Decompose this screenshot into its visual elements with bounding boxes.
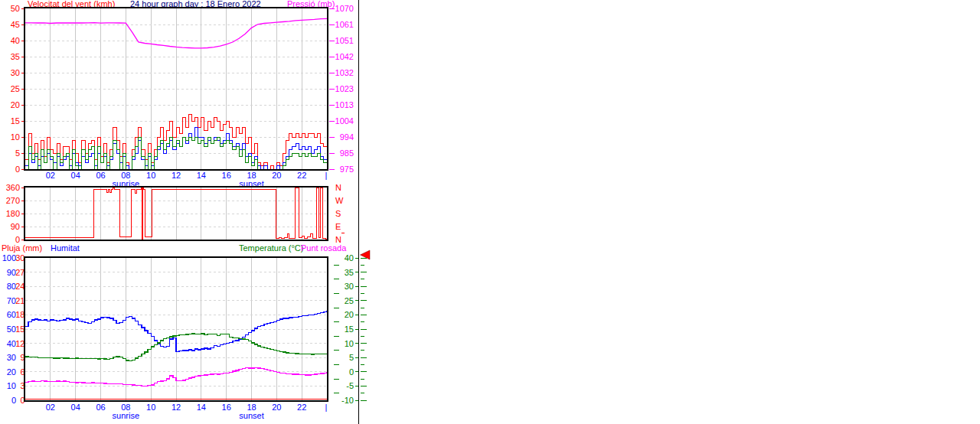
axis-label: 12 — [172, 403, 181, 412]
x-axis-labels: 0204060810121416182022|sunrisesunset — [46, 403, 328, 420]
axis-label: 1042 — [335, 52, 354, 61]
weather-24h-graph-window: Velocitat del vent (kmh) 24 hour graph d… — [0, 0, 980, 424]
humidity-axis: 1009080706050403020100 — [2, 253, 16, 405]
axis-label: 04 — [71, 171, 80, 180]
wind-speed-axis: 05101520253035404550 — [11, 4, 24, 174]
axis-label: 180 — [6, 209, 20, 218]
axis-label: 50 — [11, 4, 20, 13]
temperature-axis: 4035302520151050-5-10 — [334, 253, 354, 405]
axis-label: 18 — [15, 310, 24, 319]
axis-label: | — [325, 403, 328, 412]
axis-label: 1004 — [335, 116, 354, 126]
axis-label: 0 — [349, 367, 354, 377]
axis-label: 20 — [272, 171, 281, 180]
pressure-axis: 1070106110511042103210231013100499498597… — [329, 4, 354, 174]
axis-label: 10 — [146, 403, 155, 412]
axis-label: sunset — [239, 411, 263, 420]
axis-label: 15 — [15, 325, 24, 334]
axis-label: 30 — [11, 68, 20, 77]
axis-label: 22 — [297, 403, 306, 412]
axis-label: 15 — [345, 325, 354, 334]
axis-label: 1061 — [335, 20, 354, 29]
axis-label: 04 — [71, 403, 80, 412]
axis-label: 70 — [7, 296, 16, 305]
compass-axis: NWSEN — [335, 183, 345, 244]
axis-label: 40 — [7, 339, 16, 348]
axis-label: 1070 — [335, 4, 354, 13]
axis-label: 975 — [340, 165, 354, 174]
axis-label: 80 — [7, 282, 16, 291]
axis-label: 10 — [7, 381, 16, 390]
axis-label: 1013 — [335, 100, 354, 109]
axis-label: 30 — [345, 282, 354, 291]
axis-label: 14 — [197, 403, 206, 412]
axis-label: 1051 — [335, 36, 354, 45]
axis-label: 0 — [15, 165, 20, 174]
axis-label: 5 — [15, 148, 20, 158]
middle-chart-grid — [25, 188, 327, 240]
axis-label: 50 — [7, 325, 16, 334]
axis-label: 02 — [46, 403, 55, 412]
axis-label: 270 — [6, 196, 20, 205]
axis-label: 25 — [11, 84, 20, 93]
axis-label: 20 — [11, 100, 20, 109]
axis-label: 5 — [349, 353, 354, 362]
axis-label: 10 — [11, 132, 20, 142]
axis-label: 14 — [197, 171, 206, 180]
axis-label: 0 — [15, 235, 20, 244]
axis-label: 1032 — [335, 68, 354, 77]
axis-label: 15 — [11, 116, 20, 126]
axis-label: 06 — [96, 171, 105, 180]
axis-label: 16 — [222, 403, 231, 412]
axis-label: 06 — [96, 403, 105, 412]
graphs-canvas: 0510152025303540455010701061105110421032… — [0, 0, 980, 424]
axis-label: 1023 — [335, 84, 354, 93]
axis-label: N — [335, 183, 341, 192]
axis-label: 40 — [11, 36, 20, 45]
axis-label: 360 — [6, 183, 20, 192]
axis-label: 22 — [297, 171, 306, 180]
axis-label: 0 — [11, 396, 16, 405]
axis-label: 45 — [11, 20, 20, 29]
axis-label: sunrise — [113, 411, 139, 420]
axis-label: 10 — [345, 339, 354, 348]
temperature-scale-bar — [355, 258, 367, 400]
axis-label: E — [335, 222, 341, 231]
axis-label: 02 — [46, 171, 55, 180]
axis-label: W — [335, 196, 344, 205]
axis-label: 25 — [345, 296, 354, 305]
axis-label: 20 — [345, 310, 354, 319]
axis-label: 985 — [340, 148, 354, 158]
axis-label: N — [335, 235, 341, 244]
axis-label: 16 — [222, 171, 231, 180]
rain-axis: 302724211815129630 — [15, 253, 24, 405]
axis-label: 35 — [11, 52, 20, 61]
axis-label: 60 — [7, 310, 16, 319]
axis-label: 35 — [345, 268, 354, 277]
axis-label: 12 — [172, 171, 181, 180]
axis-label: 20 — [7, 367, 16, 377]
axis-label: 40 — [345, 253, 354, 263]
axis-label: -10 — [341, 396, 354, 405]
axis-label: 10 — [146, 171, 155, 180]
axis-label: 30 — [15, 253, 24, 263]
axis-label: 90 — [11, 222, 20, 231]
axis-label: 30 — [7, 353, 16, 362]
axis-label: 27 — [15, 268, 24, 277]
axis-label: | — [325, 171, 328, 180]
axis-label: 20 — [272, 403, 281, 412]
direction-axis: 360270180900 — [6, 183, 24, 244]
axis-label: 12 — [15, 339, 24, 348]
axis-label: -5 — [346, 381, 354, 390]
axis-label: 90 — [7, 268, 16, 277]
x-axis-labels: 0204060810121416182022|sunrisesunset — [46, 171, 328, 188]
axis-label: 24 — [15, 282, 24, 291]
axis-label: 994 — [340, 132, 354, 142]
axis-label: S — [335, 209, 341, 218]
axis-label: 21 — [15, 296, 24, 305]
axis-label: 100 — [2, 253, 16, 263]
